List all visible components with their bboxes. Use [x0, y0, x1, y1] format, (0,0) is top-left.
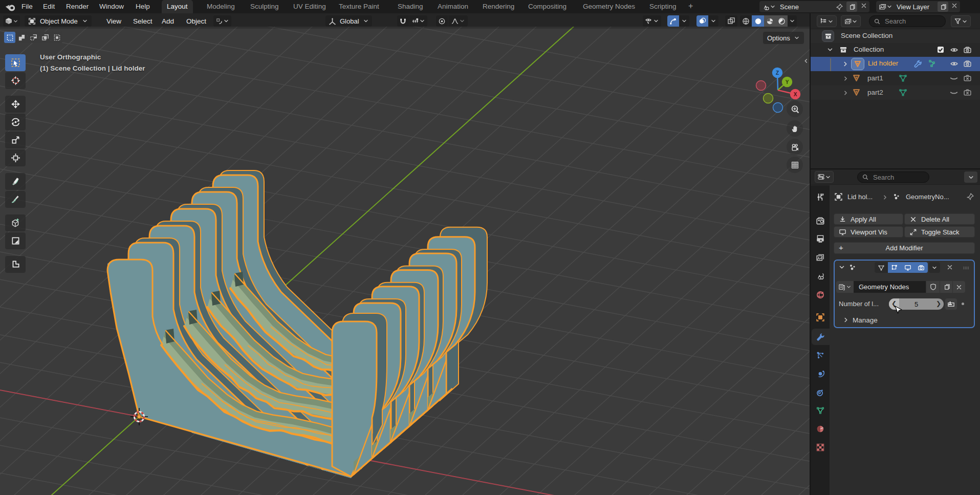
svg-text:Z: Z: [776, 70, 779, 76]
svg-text:Y: Y: [786, 79, 789, 85]
svg-text:X: X: [794, 92, 797, 97]
